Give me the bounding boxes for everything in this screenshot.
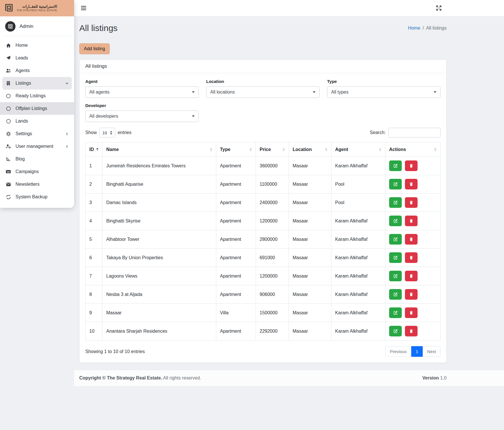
sidebar-user[interactable]: Admin <box>0 16 74 36</box>
cell-type: Apartment <box>216 322 256 340</box>
pagination-previous-button[interactable]: Previous <box>385 346 411 357</box>
col-header-type[interactable]: Type <box>216 142 256 157</box>
pencil-square-icon <box>393 292 398 297</box>
cell-agent: Karam Alkhaffaf <box>331 230 385 249</box>
sort-icon <box>325 148 327 151</box>
sort-icon <box>96 148 99 151</box>
delete-button[interactable] <box>405 160 418 171</box>
cell-name: Takaya By Union Properties <box>103 249 216 267</box>
col-header-actions[interactable]: Actions <box>385 142 441 157</box>
select-value: All locations <box>210 90 235 95</box>
cell-location: Masaar <box>289 267 331 285</box>
delete-button[interactable] <box>405 216 418 226</box>
pencil-square-icon <box>393 163 398 168</box>
edit-button[interactable] <box>389 271 402 281</box>
svg-text:Ad: Ad <box>7 171 9 173</box>
table-body: 1 Jumeirah Residences Emirates Towers Ap… <box>86 157 441 340</box>
topbar <box>74 0 504 16</box>
delete-button[interactable] <box>405 271 418 281</box>
col-header-name[interactable]: Name <box>103 142 216 157</box>
page-size-select[interactable]: 10 <box>99 128 115 137</box>
cell-price: 1200000 <box>256 267 289 285</box>
col-header-price[interactable]: Price <box>256 142 289 157</box>
breadcrumb-home-link[interactable]: Home <box>408 26 420 31</box>
search-input[interactable] <box>388 128 441 137</box>
sort-icon <box>379 148 381 151</box>
cell-agent: Karam Alkhaffaf <box>331 285 385 304</box>
building-icon <box>5 81 11 86</box>
location-select[interactable]: All locations <box>206 86 320 98</box>
col-header-location[interactable]: Location <box>289 142 331 157</box>
brand-logo-icon <box>4 3 14 14</box>
blog-icon <box>5 156 11 162</box>
pagination-page-1-button[interactable]: 1 <box>411 346 423 357</box>
sidebar-item-agents[interactable]: Agents <box>0 64 74 77</box>
hamburger-icon[interactable] <box>79 4 88 12</box>
add-listing-button[interactable]: Add listing <box>79 43 110 54</box>
pencil-square-icon <box>393 218 398 224</box>
expand-arrows-icon[interactable] <box>435 4 443 12</box>
edit-button[interactable] <box>389 197 402 208</box>
cell-name: Damac Islands <box>103 193 216 212</box>
delete-button[interactable] <box>405 252 418 263</box>
sidebar-item-label: Settings <box>16 131 32 137</box>
cell-name: Binghatti Skyrise <box>103 212 216 230</box>
delete-button[interactable] <box>405 289 418 300</box>
gear-icon <box>5 131 11 137</box>
divider <box>3 36 71 36</box>
cell-name: Anantara Sharjah Residences <box>103 322 216 340</box>
developer-select[interactable]: All developers <box>85 111 199 122</box>
trash-icon <box>409 329 414 334</box>
cell-id: 1 <box>86 157 103 175</box>
cell-actions <box>385 212 441 230</box>
col-header-agent[interactable]: Agent <box>331 142 385 157</box>
sidebar-item-label: User management <box>16 143 53 150</box>
delete-button[interactable] <box>405 179 418 189</box>
pagination-next-button[interactable]: Next <box>423 346 441 357</box>
cell-price: 3600000 <box>256 157 289 175</box>
sidebar-item-leads[interactable]: Leads <box>0 52 74 64</box>
delete-button[interactable] <box>405 197 418 208</box>
cell-location: Masaar <box>289 157 331 175</box>
edit-button[interactable] <box>389 234 402 245</box>
edit-button[interactable] <box>389 252 402 263</box>
cell-name: Jumeirah Residences Emirates Towers <box>103 157 216 175</box>
edit-button[interactable] <box>389 216 402 226</box>
edit-button[interactable] <box>389 326 402 336</box>
page-footer: Copyright © The Strategy Real Estate. Al… <box>74 370 504 386</box>
cell-actions <box>385 285 441 304</box>
sidebar-item-user-management[interactable]: User management <box>0 140 74 153</box>
sidebar-item-lands[interactable]: Lands <box>0 115 74 127</box>
edit-button[interactable] <box>389 289 402 300</box>
cell-id: 9 <box>86 304 103 322</box>
type-select[interactable]: All types <box>327 86 441 98</box>
cell-price: 2800000 <box>256 230 289 249</box>
sidebar-item-offplan-listings[interactable]: Offplan Listings <box>0 102 74 115</box>
sidebar-item-blog[interactable]: Blog <box>0 153 74 165</box>
sidebar-item-system-backup[interactable]: System Backup <box>0 191 74 203</box>
delete-button[interactable] <box>405 307 418 318</box>
edit-button[interactable] <box>389 179 402 189</box>
brand-subtitle: THE STRATEGY REAL ESTATE <box>17 9 57 12</box>
sidebar-item-settings[interactable]: Settings <box>0 127 74 140</box>
sidebar-item-home[interactable]: Home <box>0 39 74 52</box>
sidebar-item-listings[interactable]: Listings <box>2 77 72 90</box>
delete-button[interactable] <box>405 234 418 245</box>
edit-button[interactable] <box>389 307 402 318</box>
trash-icon <box>409 163 414 168</box>
chevron-down-icon <box>192 115 195 117</box>
cell-location: Masaar <box>289 212 331 230</box>
sidebar-item-newsletters[interactable]: Newsletters <box>0 178 74 191</box>
agent-select[interactable]: All agents <box>85 86 199 98</box>
edit-button[interactable] <box>389 160 402 171</box>
pencil-square-icon <box>393 255 398 260</box>
spinner-arrows-icon <box>110 131 112 135</box>
sidebar-item-campaigns[interactable]: Ad Campaigns <box>0 165 74 178</box>
show-label: Show <box>85 130 97 135</box>
filter-label: Developer <box>85 103 199 108</box>
cell-price: 1200000 <box>256 212 289 230</box>
delete-button[interactable] <box>405 326 418 336</box>
sidebar-item-ready-listings[interactable]: Ready Listings <box>0 90 74 102</box>
chevron-down-icon <box>313 91 316 93</box>
col-header-id[interactable]: ID <box>86 142 103 157</box>
